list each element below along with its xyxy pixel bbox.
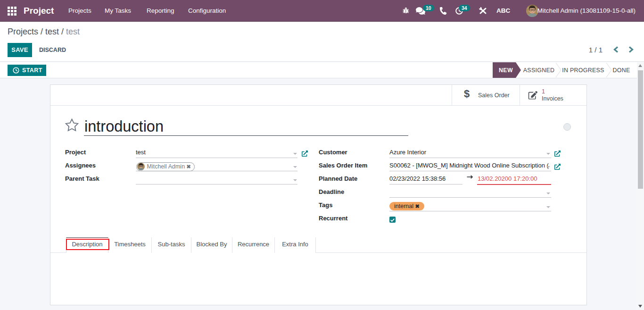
svg-text:DONE: DONE xyxy=(613,67,630,74)
svg-text:IN PROGRESS: IN PROGRESS xyxy=(562,67,604,74)
svg-text:NEW: NEW xyxy=(499,67,513,74)
svg-text:ASSIGNED: ASSIGNED xyxy=(523,67,554,74)
